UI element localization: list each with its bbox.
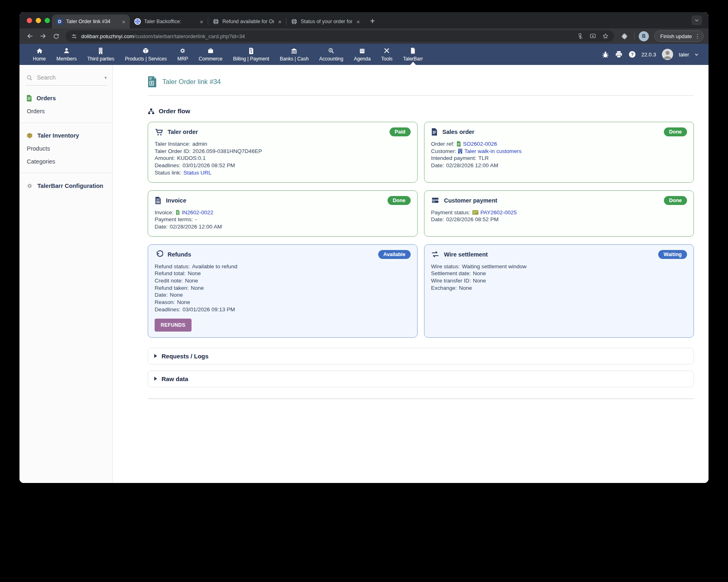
cube-icon <box>142 47 149 54</box>
sidebar-section-taler-inventory: Taler Inventory Products Categories <box>26 132 107 165</box>
close-tab-icon[interactable]: × <box>121 19 126 25</box>
undo-icon <box>155 250 163 259</box>
globe-favicon <box>291 18 297 25</box>
transfer-arrows-icon <box>431 250 439 259</box>
requests-logs-toggle[interactable]: Requests / Logs <box>148 348 694 364</box>
sidebar-search[interactable]: ▾ <box>26 74 107 86</box>
status-badge: Waiting <box>658 250 687 259</box>
sidebar-item-products[interactable]: Products <box>27 145 107 152</box>
orders-doc-icon <box>26 95 32 101</box>
window-controls <box>27 18 50 23</box>
menu-members[interactable]: Members <box>51 44 82 65</box>
user-name[interactable]: taler <box>679 52 689 58</box>
file-icon <box>410 47 416 54</box>
sidebar-divider <box>19 123 112 123</box>
new-tab-button[interactable]: + <box>370 17 375 25</box>
menu-accounting[interactable]: $ Accounting <box>314 44 349 65</box>
help-icon[interactable]: ? <box>628 50 636 58</box>
page-end-divider <box>148 399 694 399</box>
sidebar-section-title[interactable]: TalerBarr Configuration <box>37 183 103 189</box>
sales-order-link[interactable]: SO2602-0026 <box>463 140 497 148</box>
menu-products-services[interactable]: Products | Services <box>120 44 172 65</box>
order-doc-icon <box>457 141 461 147</box>
menu-mrp[interactable]: MRP <box>172 44 194 65</box>
search-input[interactable] <box>36 74 89 81</box>
person-icon <box>63 47 70 54</box>
customer-link[interactable]: Taler walk-in customers <box>464 148 521 155</box>
extensions-icon[interactable] <box>619 30 630 42</box>
status-badge: Done <box>664 127 687 136</box>
back-button[interactable] <box>24 30 36 42</box>
page-title: $ Taler Order link #34 <box>148 76 694 87</box>
invoice-icon <box>155 196 162 205</box>
forward-button[interactable] <box>37 30 49 42</box>
site-settings-icon[interactable] <box>71 33 77 39</box>
profile-avatar[interactable]: B <box>639 31 649 41</box>
toolbar-separator <box>634 32 635 40</box>
menu-commerce[interactable]: Commerce <box>194 44 228 65</box>
mic-blocked-icon[interactable] <box>577 33 584 39</box>
sidebar-item-categories[interactable]: Categories <box>27 158 107 165</box>
card-taler-order: Taler order Paid Taler Instance:admin Ta… <box>148 122 418 183</box>
reload-button[interactable] <box>50 30 62 42</box>
bookmark-star-icon[interactable] <box>602 33 609 39</box>
status-url-link[interactable]: Status URL <box>183 169 211 177</box>
menu-talerbarr[interactable]: TalerBarr <box>398 44 428 65</box>
menu-agenda[interactable]: Agenda <box>349 44 376 65</box>
address-bar[interactable]: dolibarr.potuzhnyi.com/custom/talerbarr/… <box>66 30 614 42</box>
close-tab-icon[interactable]: × <box>277 19 282 25</box>
status-badge: Paid <box>390 127 411 136</box>
sidebar-section-orders: Orders Orders <box>26 95 107 114</box>
taler-order-doc-icon: $ <box>148 76 157 87</box>
tab-search-button[interactable] <box>691 15 702 25</box>
invoice-link[interactable]: IN2602-0022 <box>182 209 213 216</box>
tab-taler-order-link[interactable]: D Taler Order link #34 × <box>52 15 130 28</box>
raw-data-toggle[interactable]: Raw data <box>148 371 694 387</box>
menu-home[interactable]: Home <box>28 44 51 65</box>
invoice-doc-icon: $ <box>176 210 180 215</box>
close-tab-icon[interactable]: × <box>199 19 204 25</box>
briefcase-icon <box>207 47 214 54</box>
menu-billing-payment[interactable]: $ Billing | Payment <box>228 44 274 65</box>
tab-taler-backoffice[interactable]: Taler Backoffice: × <box>130 15 208 28</box>
payment-link[interactable]: PAY2602-0025 <box>480 209 517 216</box>
status-badge: Done <box>664 196 687 205</box>
minimize-window-button[interactable] <box>36 18 41 23</box>
invoice-dollar-icon: $ <box>248 47 254 54</box>
dolibarr-favicon: D <box>56 18 63 25</box>
sidebar-item-orders[interactable]: Orders <box>27 108 107 114</box>
page-content: $ Taler Order link #34 Order flow <box>113 65 709 483</box>
building-icon <box>98 47 103 54</box>
svg-text:$: $ <box>151 81 153 85</box>
document-icon <box>431 128 438 136</box>
maximize-window-button[interactable] <box>45 18 50 23</box>
calendar-icon <box>359 47 365 54</box>
search-caret-icon[interactable]: ▾ <box>104 75 107 80</box>
refunds-button[interactable]: REFUNDS <box>155 319 192 332</box>
svg-text:?: ? <box>631 52 633 57</box>
sidebar-section-talerbarr-config: TalerBarr Configuration <box>26 183 107 189</box>
print-icon[interactable] <box>615 50 623 58</box>
menu-third-parties[interactable]: Third parties <box>82 44 120 65</box>
search-icon <box>26 75 32 81</box>
sidebar: ▾ Orders Orders Taler Inventory Products… <box>19 65 113 483</box>
menu-banks-cash[interactable]: Banks | Cash <box>274 44 314 65</box>
browser-menu-icon[interactable]: ⋮ <box>695 33 700 39</box>
finish-update-button[interactable]: Finish update ⋮ <box>654 30 704 42</box>
sidebar-section-title: Orders <box>37 95 56 101</box>
tabs: D Taler Order link #34 × Taler Backoffic… <box>52 15 364 28</box>
tab-refund-available[interactable]: Refund available for Order to × <box>208 15 286 28</box>
url-text: dolibarr.potuzhnyi.com/custom/talerbarr/… <box>81 33 573 39</box>
tab-order-status[interactable]: Status of your order forrefund × <box>286 15 364 28</box>
close-window-button[interactable] <box>27 18 32 23</box>
card-customer-payment: Customer payment Done Payment status: PA… <box>424 190 694 237</box>
tools-icon <box>383 47 390 54</box>
install-page-icon[interactable] <box>590 33 596 39</box>
user-avatar[interactable] <box>661 48 674 60</box>
menubar-right: ? 22.0.3 taler <box>601 44 709 65</box>
order-flow-cards: Taler order Paid Taler Instance:admin Ta… <box>148 122 694 338</box>
close-tab-icon[interactable]: × <box>355 19 361 25</box>
user-menu-chevron-icon[interactable] <box>694 52 699 57</box>
menu-tools[interactable]: Tools <box>376 44 398 65</box>
bug-report-icon[interactable] <box>601 50 610 58</box>
